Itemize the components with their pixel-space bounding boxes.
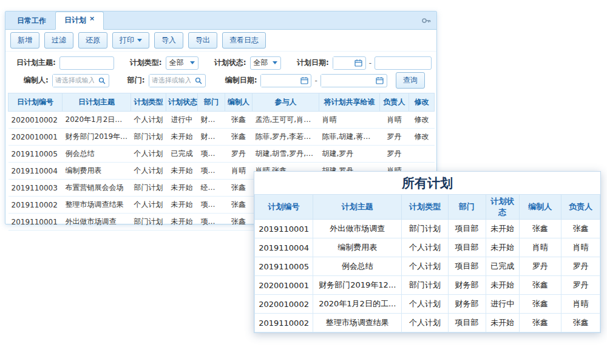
col-plan-status[interactable]: 计划状态	[166, 93, 198, 112]
status-select[interactable]: 全部	[250, 56, 281, 70]
cell-plan-code[interactable]: 2019110003	[8, 180, 63, 197]
view-log-button[interactable]: 查看日志	[222, 32, 266, 49]
made-date-to-input[interactable]	[321, 75, 375, 87]
cell-plan-code[interactable]: 2019110004	[8, 163, 63, 180]
col-plan-type[interactable]: 计划类型	[402, 195, 448, 220]
col-plan-type[interactable]: 计划类型	[131, 93, 166, 112]
col-plan-subject[interactable]: 日计划主题	[63, 93, 131, 112]
table-row[interactable]: 2019110005 例会总结 个人计划 已完成 项目部 罗丹 胡建,胡雪,罗丹…	[8, 146, 435, 163]
cell-dept: 财务部	[448, 276, 486, 295]
table-row[interactable]: 2020010002 2020年1月2日的工作日... 个人计划 进行中 财务部…	[8, 112, 435, 129]
table-row[interactable]: 2019110005 例会总结 个人计划 项目部 已完成 罗丹 罗丹	[255, 257, 600, 276]
type-select[interactable]: 全部	[166, 56, 198, 70]
dept-label: 部门:	[127, 75, 145, 86]
creator-label: 编制人:	[24, 75, 49, 86]
plan-date-to-input[interactable]	[375, 56, 432, 70]
col-participants[interactable]: 参与人	[253, 93, 319, 112]
status-select-value: 全部	[254, 58, 268, 68]
calendar-icon[interactable]	[353, 59, 364, 67]
col-dept[interactable]: 部门	[198, 93, 225, 112]
table-row[interactable]: 2019110001 外出做市场调查 部门计划 项目部 未开始 张鑫 张鑫	[255, 220, 600, 238]
type-select-value: 全部	[169, 58, 184, 68]
key-icon[interactable]	[421, 16, 431, 25]
col-modify[interactable]: 修改	[409, 93, 435, 112]
cell-owner[interactable]: 罗丹	[380, 146, 409, 163]
add-button[interactable]: 新增	[10, 32, 39, 49]
export-button[interactable]: 导出	[188, 32, 217, 49]
cell-plan-code[interactable]: 2019110002	[8, 197, 63, 214]
tab-label: 日计划	[64, 16, 86, 24]
dept-input[interactable]	[149, 75, 193, 87]
calendar-icon[interactable]	[375, 76, 385, 84]
cell-modify-link[interactable]: 修改	[409, 129, 435, 146]
cell-plan-code[interactable]: 2019110005	[8, 146, 63, 163]
cell-plan-subject: 财务部门2019年12...	[313, 276, 402, 295]
col-plan-status[interactable]: 计划状态	[486, 195, 519, 220]
table-row[interactable]: 2020010001 财务部门2019年12... 部门计划 财务部 未开始 张…	[255, 276, 600, 295]
cell-plan-subject[interactable]: 布置营销展会会场	[63, 180, 131, 197]
col-plan-code[interactable]: 计划编号	[255, 195, 313, 220]
cell-plan-code[interactable]: 2019110001	[8, 214, 63, 231]
cell-plan-status: 未开始	[486, 238, 519, 257]
creator-input[interactable]	[53, 75, 97, 87]
made-date-from-field	[260, 74, 311, 87]
cell-plan-subject[interactable]: 编制费用表	[63, 163, 131, 180]
calendar-icon[interactable]	[299, 76, 310, 84]
table-row[interactable]: 2020010001 财务部门2019年12月的... 部门计划 未开始 财务部…	[8, 129, 435, 146]
cell-creator: 张鑫	[519, 276, 561, 295]
table-row[interactable]: 2020010002 2020年1月2日的工... 个人计划 财务部 进行中 张…	[255, 295, 600, 314]
cell-plan-subject[interactable]: 财务部门2019年12月的...	[63, 129, 131, 146]
cell-modify-link[interactable]: 修改	[409, 112, 435, 129]
subject-input[interactable]	[59, 56, 114, 70]
cell-plan-code[interactable]: 2020010002	[8, 112, 63, 129]
made-date-from-input[interactable]	[261, 75, 299, 87]
import-button[interactable]: 导入	[154, 32, 183, 49]
col-creator[interactable]: 编制人	[225, 93, 253, 112]
cell-creator: 张鑫	[225, 197, 253, 214]
filter-row-1: 日计划主题: 计划类型: 全部 计划状态: 全部 计划日期:	[10, 54, 432, 72]
table-row[interactable]: 2019110002 整理市场调查结果 个人计划 项目部 未开始 张鑫 张鑫	[255, 314, 600, 332]
col-creator[interactable]: 编制人	[519, 195, 561, 220]
tab-daily-work[interactable]: 日常工作	[8, 12, 55, 30]
col-owner[interactable]: 负责人	[380, 93, 409, 112]
cell-plan-code: 2019110004	[255, 238, 313, 257]
search-icon[interactable]	[193, 77, 204, 84]
subject-label: 日计划主题:	[16, 58, 56, 68]
print-button[interactable]: 打印	[112, 32, 149, 49]
restore-button[interactable]: 还原	[78, 32, 107, 49]
col-plan-subject[interactable]: 计划主题	[313, 195, 402, 220]
cell-plan-subject[interactable]: 外出做市场调查	[63, 214, 131, 231]
cell-plan-code[interactable]: 2020010001	[8, 129, 63, 146]
cell-creator: 罗丹	[519, 257, 561, 276]
cell-plan-subject[interactable]: 例会总结	[63, 146, 131, 163]
tab-close-icon[interactable]: ×	[89, 15, 95, 22]
popup-title: 所有计划	[254, 172, 600, 194]
dept-field	[149, 74, 206, 87]
cell-creator: 罗丹	[225, 146, 253, 163]
col-share-with[interactable]: 将计划共享给谁	[319, 93, 380, 112]
search-icon[interactable]	[97, 77, 107, 84]
cell-creator: 张鑫	[519, 295, 561, 314]
query-button[interactable]: 查询	[396, 72, 425, 89]
filter-button[interactable]: 过滤	[44, 32, 73, 49]
col-dept[interactable]: 部门	[448, 195, 486, 220]
cell-owner[interactable]: 肖晴	[380, 112, 409, 129]
plan-date-from-input[interactable]	[333, 57, 353, 69]
cell-plan-code: 2019110001	[255, 220, 313, 238]
tab-daily-plan[interactable]: 日计划×	[55, 12, 104, 30]
cell-dept: 财务部	[198, 129, 225, 146]
cell-plan-status: 未开始	[166, 197, 198, 214]
col-owner[interactable]: 负责人	[561, 195, 600, 220]
cell-owner: 罗丹	[561, 276, 600, 295]
col-plan-code[interactable]: 日计划编号	[8, 93, 63, 112]
cell-owner[interactable]: 罗丹	[380, 129, 409, 146]
cell-plan-subject[interactable]: 整理市场调查结果	[63, 197, 131, 214]
cell-modify-link[interactable]	[409, 146, 435, 163]
table-row[interactable]: 2019110004 编制费用表 个人计划 项目部 未开始 肖晴 肖晴	[255, 238, 600, 257]
cell-plan-type: 个人计划	[402, 314, 448, 332]
creator-field	[52, 74, 109, 87]
cell-plan-subject[interactable]: 2020年1月2日的工作日...	[63, 112, 131, 129]
plan-date-label: 计划日期:	[297, 58, 329, 68]
cell-dept: 项目部	[448, 220, 486, 238]
cell-plan-type: 部门计划	[402, 220, 448, 238]
